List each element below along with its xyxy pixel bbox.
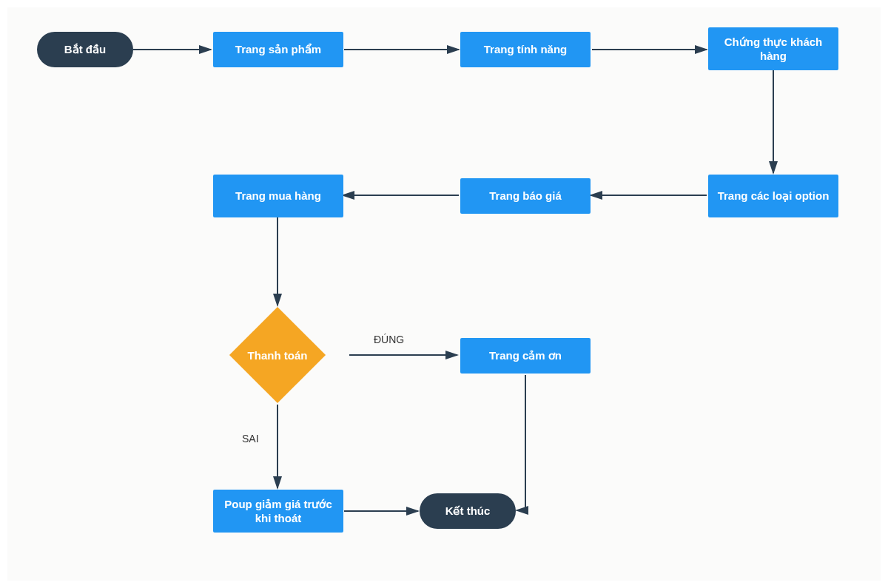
thankyou-page-label: Trang cảm ơn	[489, 348, 562, 363]
end-node: Kết thúc	[420, 493, 516, 529]
options-page-label: Trang các loại option	[718, 189, 830, 203]
purchase-page-node: Trang mua hàng	[213, 175, 343, 217]
customer-auth-node: Chứng thực khách hàng	[708, 27, 838, 70]
feature-page-node: Trang tính năng	[460, 32, 591, 67]
start-node: Bắt đầu	[37, 32, 133, 67]
exit-popup-label: Poup giảm giá trước khi thoát	[221, 497, 336, 526]
payment-decision-label: Thanh toán	[248, 349, 308, 362]
payment-decision-node: Thanh toán	[229, 307, 326, 403]
product-page-label: Trang sản phẩm	[235, 42, 321, 57]
customer-auth-label: Chứng thực khách hàng	[716, 35, 831, 64]
edge-label-false: SAI	[242, 433, 259, 445]
purchase-page-label: Trang mua hàng	[235, 189, 321, 203]
product-page-node: Trang sản phẩm	[213, 32, 343, 67]
pricing-page-node: Trang báo giá	[460, 178, 591, 214]
edge-label-true: ĐÚNG	[374, 334, 404, 345]
end-label: Kết thúc	[445, 504, 491, 518]
thankyou-page-node: Trang cảm ơn	[460, 338, 591, 374]
options-page-node: Trang các loại option	[708, 175, 838, 217]
flowchart-canvas: Bắt đầu Trang sản phẩm Trang tính năng C…	[7, 7, 881, 581]
exit-popup-node: Poup giảm giá trước khi thoát	[213, 490, 343, 533]
start-label: Bắt đầu	[64, 42, 106, 57]
feature-page-label: Trang tính năng	[484, 42, 568, 57]
pricing-page-label: Trang báo giá	[489, 189, 562, 203]
